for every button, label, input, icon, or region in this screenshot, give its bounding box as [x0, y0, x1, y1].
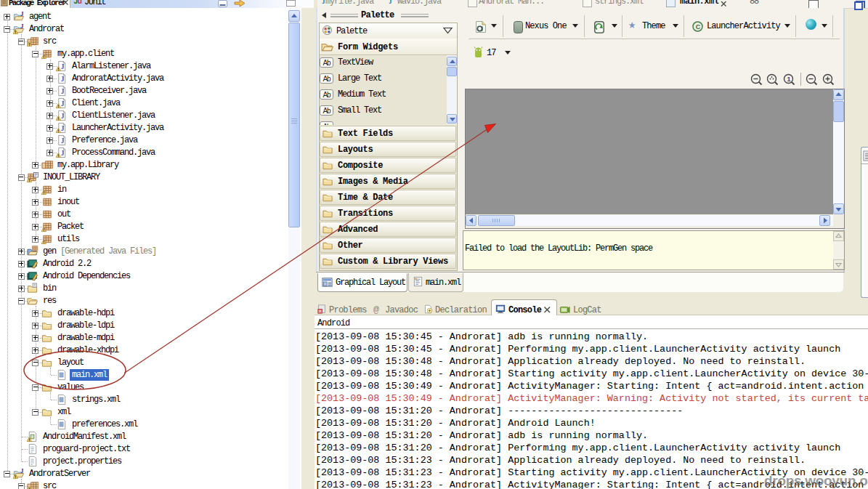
svg-text:1: 1: [787, 76, 791, 83]
